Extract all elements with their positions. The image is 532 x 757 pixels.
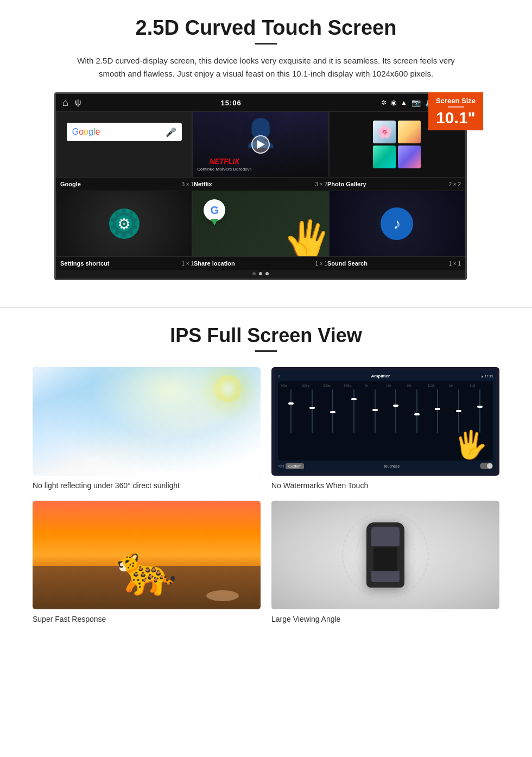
eq-handle-7 (414, 413, 420, 415)
gallery-app-name: Photo Gallery (327, 181, 366, 187)
sound-search-thumb: ♪ (330, 191, 465, 256)
amp-custom-btn[interactable]: Custom (286, 463, 304, 469)
feature-item-cheetah: 🐆 Super Fast Response (33, 501, 261, 623)
netflix-brand: NETFLIX (210, 157, 239, 166)
car-top-view (366, 522, 404, 588)
amp-eq-area: 60hz 100hz 200hz 500hz 1k 2.5k 10k 12.5k… (278, 381, 493, 460)
feature-caption-car: Large Viewing Angle (271, 615, 499, 623)
badge-line (448, 106, 464, 108)
eq-slider-4[interactable] (344, 389, 364, 433)
eq-sliders (281, 389, 490, 433)
sound-search-app-name: Sound Search (327, 260, 368, 267)
flower-image: 🌸 (373, 121, 396, 143)
eq-track-8 (437, 389, 438, 433)
app-cell-sound-search[interactable]: ♪ (329, 191, 465, 257)
light-effect (33, 367, 261, 476)
amp-footer: ◁◁ Custom loudness (278, 463, 493, 469)
eq-slider-8[interactable] (428, 389, 448, 433)
eq-track-9 (458, 389, 459, 433)
eq-track-10 (479, 389, 480, 433)
google-search-bar[interactable]: Google 🎤 (67, 123, 182, 141)
app-labels-row1: Google 3 × 1 Netflix 3 × 2 Photo Gallery… (56, 178, 465, 191)
eq-track-2 (312, 389, 313, 433)
maps-letter-g: G (211, 204, 219, 217)
app-cell-netflix[interactable]: 👤 NETFLIX Continue Marvel's Daredevil (192, 111, 328, 178)
cheetah-animal: 🐆 (116, 541, 177, 598)
badge-label: Screen Size (436, 97, 476, 105)
google-app-name: Google (60, 181, 81, 187)
app-cell-settings[interactable]: ⚙ ⚙ (56, 191, 192, 257)
features-grid: No light reflecting under 360° direct su… (33, 367, 499, 623)
car-roof (373, 547, 397, 571)
freq-500: 500hz (344, 384, 364, 387)
netflix-app-size: 3 × 2 (315, 181, 327, 187)
car-windshield (371, 527, 400, 546)
pointing-hand-icon: 🖐 (281, 217, 328, 256)
amp-home-icon: ⌂ (278, 374, 280, 378)
eq-handle-5 (372, 409, 378, 411)
dot-1[interactable] (252, 272, 256, 275)
freq-60: 60hz (281, 384, 301, 387)
settings-thumb: ⚙ ⚙ (56, 191, 192, 256)
netflix-app-name: Netflix (194, 181, 212, 187)
car-rear-window (371, 571, 400, 582)
dot-3[interactable] (265, 272, 269, 275)
status-bar: ⌂ ψ 15:06 ✲ ◉ ▲ 📷 🔊 ⊠ ⬜ (56, 94, 465, 111)
badge-size: 10.1" (436, 110, 476, 126)
eq-freq-labels: 60hz 100hz 200hz 500hz 1k 2.5k 10k 12.5k… (281, 384, 490, 387)
freq-2k5: 2.5k (386, 384, 406, 387)
eq-slider-5[interactable] (365, 389, 385, 433)
app-labels-row2: Settings shortcut 1 × 1 Share location 1… (56, 257, 465, 270)
feature-caption-amplifier: No Watermarks When Touch (271, 481, 499, 490)
freq-100: 100hz (302, 384, 322, 387)
signal-icon: ▲ (401, 99, 407, 106)
section2-underline (255, 350, 277, 352)
amplifier-screen: ⌂ Amplifier ▲ 17:33 60hz 100hz 200hz (275, 370, 496, 472)
maps-pin-icon (211, 219, 218, 225)
screen-size-badge: Screen Size 10.1" (428, 92, 483, 130)
google-thumb: Google 🎤 (56, 112, 192, 177)
eq-slider-9[interactable] (449, 389, 469, 433)
pagination-dots (56, 272, 465, 279)
netflix-play-button[interactable] (251, 135, 270, 154)
apps-row1-grid: Google 🎤 👤 (56, 111, 465, 178)
home-icon[interactable]: ⌂ (62, 97, 68, 109)
feature-item-amplifier: ⌂ Amplifier ▲ 17:33 60hz 100hz 200hz (271, 367, 499, 490)
amp-hand-icon: 🖐 (454, 429, 487, 460)
eq-handle-9 (456, 410, 461, 412)
section1-description: With 2.5D curved-display screen, this de… (76, 54, 456, 80)
eq-slider-7[interactable] (407, 389, 427, 433)
gallery-app-size: 2 × 2 (448, 181, 461, 187)
eq-slider-1[interactable] (281, 389, 301, 433)
eq-track-4 (353, 389, 354, 433)
feature-img-cheetah: 🐆 (33, 501, 261, 609)
settings-bg-icon: ⚙ (107, 201, 141, 246)
eq-slider-10[interactable] (470, 389, 490, 433)
section-divider (0, 307, 532, 308)
app-cell-share-location[interactable]: G 🖐 (192, 191, 328, 257)
eq-slider-6[interactable] (386, 389, 406, 433)
freq-15k: 15k (449, 384, 469, 387)
dot-2[interactable] (259, 272, 262, 275)
google-app-size: 3 × 1 (181, 181, 194, 187)
app-label-netflix: Netflix 3 × 2 (194, 181, 327, 187)
amp-loudness-toggle[interactable] (480, 463, 493, 469)
amp-prev-icon: ◁◁ (278, 464, 283, 468)
section1-title: 2.5D Curved Touch Screen (33, 16, 499, 40)
app-cell-google[interactable]: Google 🎤 (56, 111, 192, 178)
eq-slider-2[interactable] (302, 389, 322, 433)
amp-wifi-icon: ▲ 17:33 (480, 375, 493, 378)
gallery-mini-3 (373, 146, 396, 168)
sound-search-app-size: 1 × 1 (448, 261, 461, 267)
camera-icon[interactable]: 📷 (411, 98, 421, 107)
app-label-share-location: Share location 1 × 1 (194, 260, 327, 267)
bluetooth-icon: ✲ (381, 99, 387, 106)
netflix-thumb: 👤 NETFLIX Continue Marvel's Daredevil (193, 112, 328, 177)
feature-caption-sunlight: No light reflecting under 360° direct su… (33, 481, 261, 490)
mic-icon[interactable]: 🎤 (166, 127, 176, 137)
maps-g-logo: G (204, 199, 225, 221)
status-time: 15:06 (221, 99, 242, 107)
eq-slider-3[interactable] (323, 389, 343, 433)
maps-icon: G (204, 199, 225, 221)
location-icon: ◉ (391, 99, 396, 106)
